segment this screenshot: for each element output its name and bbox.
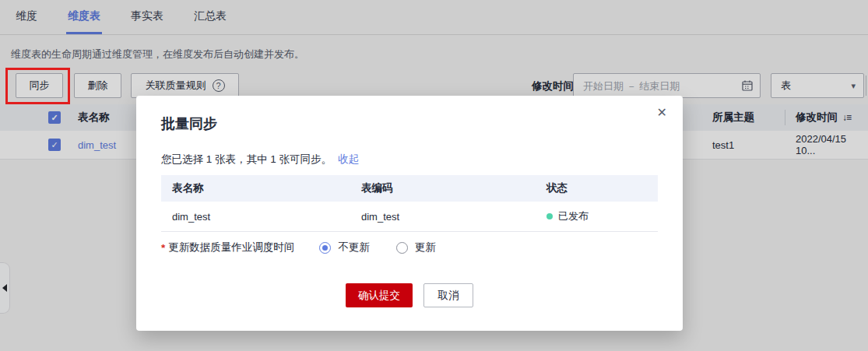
radio-no-update-label: 不更新 bbox=[338, 240, 370, 254]
schedule-time-label: 更新数据质量作业调度时间 bbox=[168, 240, 294, 254]
modal-row-name: dim_test bbox=[161, 211, 350, 223]
status-badge: 已发布 bbox=[558, 209, 589, 223]
modal-column-header-code: 表编码 bbox=[350, 181, 536, 195]
modal-summary-text: 您已选择 1 张表，其中 1 张可同步。 bbox=[161, 153, 332, 165]
modal-title: 批量同步 bbox=[161, 114, 217, 133]
radio-unselected-icon bbox=[396, 242, 408, 254]
required-mark: * bbox=[161, 242, 165, 254]
close-icon[interactable]: ✕ bbox=[657, 105, 667, 120]
modal-footer: 确认提交 取消 bbox=[136, 283, 683, 307]
modal-column-header-name: 表名称 bbox=[161, 181, 350, 195]
radio-update[interactable]: 更新 bbox=[396, 240, 436, 254]
modal-form-row: * 更新数据质量作业调度时间 不更新 更新 bbox=[161, 240, 436, 254]
modal-table-header-row: 表名称 表编码 状态 bbox=[161, 175, 658, 202]
confirm-submit-button[interactable]: 确认提交 bbox=[346, 283, 413, 307]
radio-no-update[interactable]: 不更新 bbox=[319, 240, 370, 254]
modal-column-header-status: 状态 bbox=[536, 181, 658, 195]
modal-summary: 您已选择 1 张表，其中 1 张可同步。收起 bbox=[161, 153, 359, 167]
modal-table-row: dim_test dim_test 已发布 bbox=[161, 202, 658, 232]
modal-row-status: 已发布 bbox=[536, 209, 658, 223]
radio-selected-icon bbox=[319, 242, 331, 254]
collapse-link[interactable]: 收起 bbox=[338, 153, 359, 165]
modal-table: 表名称 表编码 状态 dim_test dim_test 已发布 bbox=[161, 175, 658, 232]
modal-row-code: dim_test bbox=[350, 211, 536, 223]
schedule-radio-group: 不更新 更新 bbox=[319, 240, 436, 254]
radio-update-label: 更新 bbox=[415, 240, 436, 254]
status-published-icon bbox=[546, 213, 553, 219]
cancel-button[interactable]: 取消 bbox=[423, 283, 473, 307]
batch-sync-modal: ✕ 批量同步 您已选择 1 张表，其中 1 张可同步。收起 表名称 表编码 状态… bbox=[136, 96, 683, 331]
